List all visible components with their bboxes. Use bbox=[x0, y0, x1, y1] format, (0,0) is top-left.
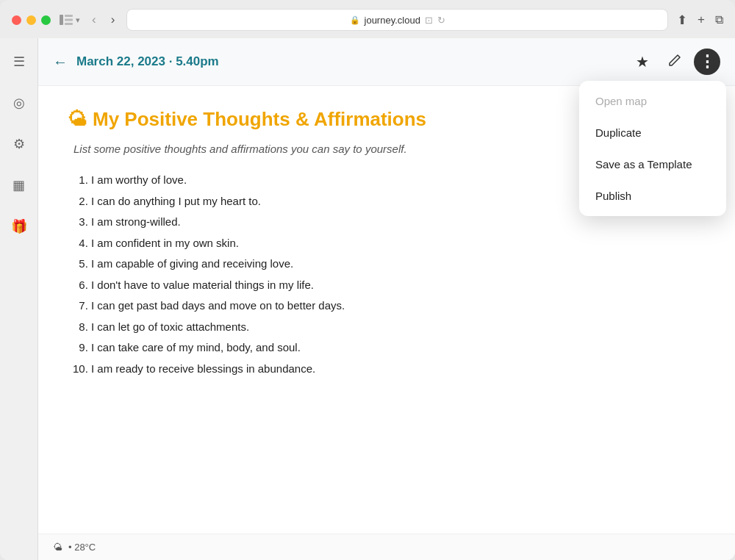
sidebar-icon-location[interactable]: ◎ bbox=[7, 91, 31, 115]
sidebar-icon-gift[interactable]: 🎁 bbox=[7, 215, 31, 238]
main-content: ← March 22, 2023 · 5.40pm ★ ⋮ bbox=[38, 38, 735, 560]
location-icon: ◎ bbox=[13, 95, 25, 111]
svg-rect-2 bbox=[65, 19, 73, 21]
header-left: ← March 22, 2023 · 5.40pm bbox=[53, 54, 219, 69]
sidebar-toggle[interactable]: ▾ bbox=[60, 15, 80, 25]
svg-rect-1 bbox=[65, 15, 73, 17]
minimize-button[interactable] bbox=[26, 15, 36, 25]
url-bar[interactable]: 🔒 journey.cloud ⊡ ↻ bbox=[126, 9, 668, 31]
edit-button[interactable] bbox=[662, 49, 688, 75]
url-text: journey.cloud bbox=[365, 15, 420, 26]
list-item: I can take care of my mind, body, and so… bbox=[91, 337, 706, 359]
entry-header: ← March 22, 2023 · 5.40pm ★ ⋮ bbox=[38, 38, 735, 86]
sun-emoji: 🌤 bbox=[68, 108, 87, 131]
svg-rect-0 bbox=[60, 15, 63, 25]
gift-icon: 🎁 bbox=[11, 218, 27, 234]
dropdown-item-open-map[interactable]: Open map bbox=[579, 85, 726, 117]
header-right: ★ ⋮ bbox=[629, 49, 720, 75]
list-item: I can get past bad days and move on to b… bbox=[91, 295, 706, 317]
sidebar-icon-settings[interactable]: ⚙ bbox=[7, 132, 31, 156]
bookmark-button[interactable]: ★ bbox=[629, 49, 656, 75]
dropdown-menu: Open map Duplicate Save as a Template Pu… bbox=[579, 81, 726, 216]
sidebar-icon-calendar[interactable]: ▦ bbox=[7, 173, 31, 197]
bookmark-icon: ★ bbox=[636, 53, 649, 71]
share-icon[interactable]: ⬆ bbox=[677, 12, 687, 28]
more-button[interactable]: ⋮ bbox=[694, 49, 720, 75]
sidebar: ☰ ◎ ⚙ ▦ 🎁 bbox=[0, 38, 38, 560]
new-tab-icon[interactable]: + bbox=[698, 12, 705, 27]
browser-chrome: ▾ ‹ › 🔒 journey.cloud ⊡ ↻ ⬆ + ⧉ bbox=[0, 0, 735, 38]
back-button[interactable]: ← bbox=[53, 54, 68, 69]
maximize-button[interactable] bbox=[41, 15, 51, 25]
dropdown-item-publish[interactable]: Publish bbox=[579, 180, 726, 212]
temperature-text: • 28°C bbox=[68, 542, 96, 553]
dropdown-item-duplicate[interactable]: Duplicate bbox=[579, 117, 726, 148]
tabs-icon[interactable]: ⧉ bbox=[715, 13, 723, 26]
back-browser-button[interactable]: ‹ bbox=[89, 11, 99, 29]
cast-icon: ⊡ bbox=[425, 15, 433, 26]
lock-icon: 🔒 bbox=[350, 15, 360, 25]
calendar-icon: ▦ bbox=[12, 177, 25, 193]
entry-title-text: My Positive Thoughts & Affirmations bbox=[93, 108, 426, 131]
app-window: ☰ ◎ ⚙ ▦ 🎁 ← March 22, 2023 · 5.40pm ★ bbox=[0, 38, 735, 560]
list-item: I am capable of giving and receiving lov… bbox=[91, 254, 706, 275]
list-item: I can let go of toxic attachments. bbox=[91, 317, 706, 338]
edit-icon bbox=[668, 54, 681, 71]
settings-icon: ⚙ bbox=[13, 136, 25, 152]
list-item: I am confident in my own skin. bbox=[91, 233, 706, 254]
close-button[interactable] bbox=[12, 15, 21, 25]
forward-browser-button[interactable]: › bbox=[108, 11, 118, 29]
refresh-icon[interactable]: ↻ bbox=[437, 15, 445, 26]
sidebar-icon-menu[interactable]: ☰ bbox=[7, 50, 31, 73]
weather-emoji: 🌤 bbox=[53, 542, 62, 553]
menu-icon: ☰ bbox=[13, 54, 25, 70]
entry-footer: 🌤 • 28°C bbox=[38, 534, 735, 560]
browser-right-controls: ⬆ + ⧉ bbox=[677, 12, 723, 28]
entry-date: March 22, 2023 · 5.40pm bbox=[76, 54, 219, 69]
traffic-lights bbox=[12, 15, 51, 25]
dropdown-item-save-template[interactable]: Save as a Template bbox=[579, 148, 726, 180]
list-item: I am ready to receive blessings in abund… bbox=[91, 359, 706, 380]
more-icon: ⋮ bbox=[699, 54, 715, 70]
svg-rect-3 bbox=[65, 23, 73, 25]
list-item: I don't have to value material things in… bbox=[91, 275, 706, 296]
